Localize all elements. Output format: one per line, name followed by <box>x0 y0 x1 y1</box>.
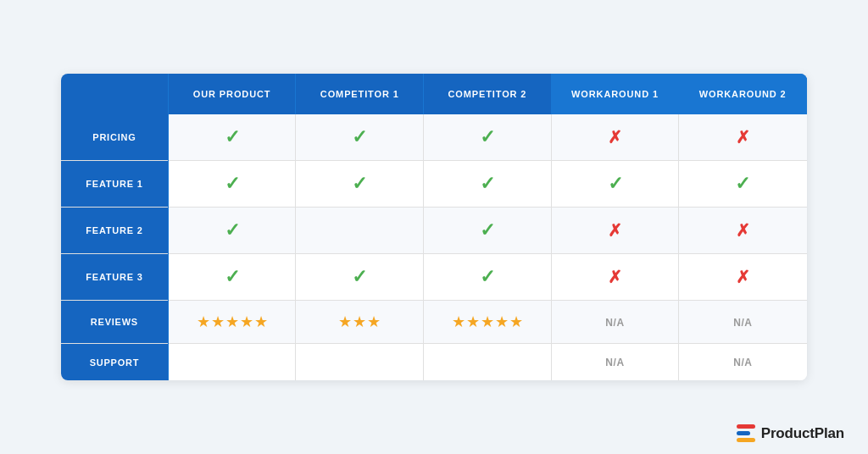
logo-text: ProductPlan <box>761 425 844 442</box>
row-label: PRICING <box>61 114 168 161</box>
table-cell-workaround2: ✗ <box>679 114 807 161</box>
cross-icon: ✗ <box>736 128 750 147</box>
star-icon: ★ <box>197 313 210 331</box>
logo-icon <box>737 424 755 442</box>
check-icon: ✓ <box>352 126 367 147</box>
table-row: SUPPORTN/AN/A <box>61 344 807 381</box>
check-icon: ✓ <box>352 266 367 287</box>
table-cell-competitor1 <box>296 208 424 254</box>
stars-5: ★ ★ ★ ★ ★ <box>197 313 268 331</box>
table-row: REVIEWS ★ ★ ★ ★ ★ ★ ★ ★ ★ ★ ★ ★ ★ N/AN/A <box>61 301 807 344</box>
row-label: SUPPORT <box>61 344 168 381</box>
table-cell-our_product <box>168 344 296 381</box>
comparison-table: OUR PRODUCT COMPETITOR 1 COMPETITOR 2 WO… <box>61 74 807 380</box>
table-cell-our_product: ✓ <box>168 114 296 161</box>
table-cell-our_product: ✓ <box>168 254 296 301</box>
star-icon: ★ <box>338 313 352 331</box>
col-header-workaround2: WORKAROUND 2 <box>679 74 807 114</box>
check-icon: ✓ <box>480 126 495 147</box>
na-label: N/A <box>605 357 624 368</box>
table-cell-competitor2: ✓ <box>424 254 552 301</box>
na-label: N/A <box>733 357 752 368</box>
table-cell-our_product: ✓ <box>168 208 296 254</box>
table-cell-competitor1: ✓ <box>296 161 424 208</box>
col-header-competitor2: COMPETITOR 2 <box>424 74 552 114</box>
table-cell-workaround2: ✗ <box>679 254 807 301</box>
table-cell-workaround1: N/A <box>551 344 679 381</box>
table-cell-workaround2: ✗ <box>679 208 807 254</box>
star-icon: ★ <box>225 313 239 331</box>
table-cell-workaround1: N/A <box>551 301 679 344</box>
table-row: FEATURE 1✓✓✓✓✓ <box>61 161 807 208</box>
na-label: N/A <box>605 317 624 329</box>
star-icon: ★ <box>367 313 381 331</box>
logo-bar-yellow <box>737 438 755 442</box>
table-cell-workaround2: N/A <box>679 301 807 344</box>
table-row: PRICING✓✓✓✗✗ <box>61 114 807 161</box>
check-icon: ✓ <box>225 126 240 147</box>
row-label: FEATURE 2 <box>61 208 168 254</box>
logo-bar-red <box>737 424 755 429</box>
star-icon: ★ <box>254 313 268 331</box>
check-icon: ✓ <box>225 266 240 287</box>
table-cell-competitor2: ✓ <box>424 114 552 161</box>
table-row: FEATURE 3✓✓✓✗✗ <box>61 254 807 301</box>
table-row: FEATURE 2✓✓✗✗ <box>61 208 807 254</box>
table-cell-competitor2: ★ ★ ★ ★ ★ <box>424 301 552 344</box>
check-icon: ✓ <box>352 173 367 194</box>
row-label: FEATURE 1 <box>61 161 168 208</box>
star-icon: ★ <box>211 313 225 331</box>
table-cell-workaround2: N/A <box>679 344 807 381</box>
comparison-table-container: OUR PRODUCT COMPETITOR 1 COMPETITOR 2 WO… <box>61 74 807 380</box>
col-header-our-product: OUR PRODUCT <box>168 74 296 114</box>
check-icon: ✓ <box>480 173 495 194</box>
check-icon: ✓ <box>735 173 750 194</box>
col-header-competitor1: COMPETITOR 1 <box>296 74 424 114</box>
star-icon: ★ <box>466 313 480 331</box>
logo-bar-blue <box>737 431 750 435</box>
cross-icon: ✗ <box>608 221 622 240</box>
cross-icon: ✗ <box>608 268 622 286</box>
cross-icon: ✗ <box>736 221 750 240</box>
star-icon: ★ <box>353 313 366 331</box>
table-cell-competitor1: ✓ <box>296 114 424 161</box>
table-cell-our_product: ✓ <box>168 161 296 208</box>
check-icon: ✓ <box>480 219 495 241</box>
check-icon: ✓ <box>608 173 623 194</box>
table-cell-competitor1: ✓ <box>296 254 424 301</box>
star-icon: ★ <box>452 313 465 331</box>
table-cell-competitor2: ✓ <box>424 208 552 254</box>
table-cell-our_product: ★ ★ ★ ★ ★ <box>168 301 296 344</box>
table-cell-competitor1: ★ ★ ★ <box>296 301 424 344</box>
table-cell-competitor2 <box>424 344 552 381</box>
check-icon: ✓ <box>225 219 240 241</box>
table-cell-workaround1: ✗ <box>551 114 679 161</box>
stars-5: ★ ★ ★ ★ ★ <box>452 313 523 331</box>
table-cell-workaround1: ✗ <box>551 208 679 254</box>
cross-icon: ✗ <box>608 128 622 147</box>
star-icon: ★ <box>495 313 509 331</box>
row-label: FEATURE 3 <box>61 254 168 301</box>
table-cell-competitor2: ✓ <box>424 161 552 208</box>
table-cell-workaround1: ✓ <box>551 161 679 208</box>
stars-3: ★ ★ ★ <box>338 313 381 331</box>
cross-icon: ✗ <box>736 268 750 286</box>
check-icon: ✓ <box>480 266 495 287</box>
star-icon: ★ <box>481 313 494 331</box>
star-icon: ★ <box>240 313 253 331</box>
na-label: N/A <box>733 317 752 329</box>
page-wrapper: OUR PRODUCT COMPETITOR 1 COMPETITOR 2 WO… <box>0 0 868 454</box>
logo-area: ProductPlan <box>737 424 844 442</box>
star-icon: ★ <box>509 313 523 331</box>
check-icon: ✓ <box>225 173 240 194</box>
col-header-workaround1: WORKAROUND 1 <box>551 74 679 114</box>
col-header-empty <box>61 74 168 114</box>
table-cell-workaround2: ✓ <box>679 161 807 208</box>
row-label: REVIEWS <box>61 301 168 344</box>
table-cell-competitor1 <box>296 344 424 381</box>
table-cell-workaround1: ✗ <box>551 254 679 301</box>
